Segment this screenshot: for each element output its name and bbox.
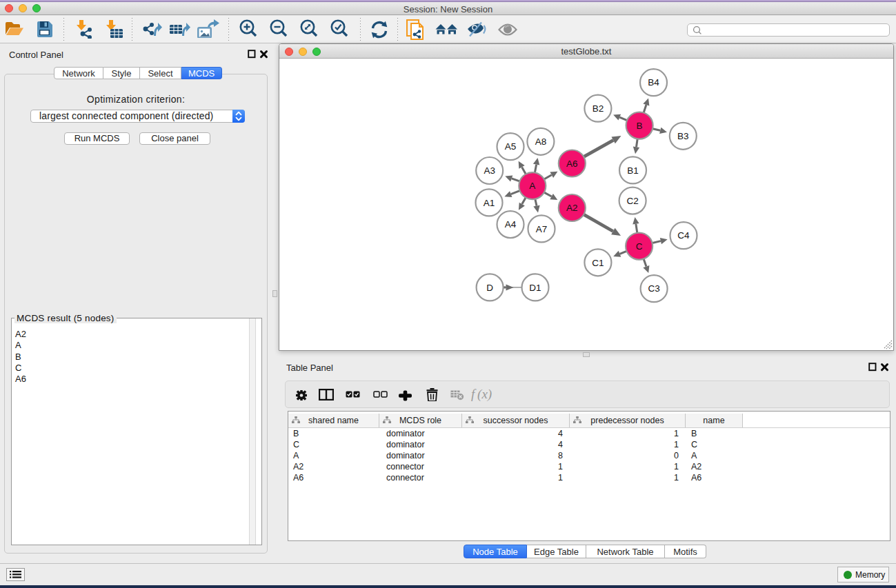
svg-text:C4: C4 bbox=[677, 230, 690, 241]
svg-text:C: C bbox=[636, 241, 643, 252]
svg-text:D: D bbox=[486, 283, 493, 293]
svg-text:B2: B2 bbox=[593, 103, 604, 114]
svg-text:A7: A7 bbox=[536, 224, 548, 234]
svg-text:A3: A3 bbox=[484, 165, 495, 176]
svg-text:A6: A6 bbox=[566, 159, 578, 169]
svg-text:A1: A1 bbox=[484, 198, 495, 208]
svg-text:C3: C3 bbox=[648, 283, 659, 294]
svg-text:D1: D1 bbox=[529, 283, 541, 293]
svg-text:B: B bbox=[637, 121, 643, 131]
svg-text:B1: B1 bbox=[627, 165, 639, 176]
svg-text:A2: A2 bbox=[566, 203, 578, 213]
svg-text:A8: A8 bbox=[535, 136, 547, 147]
svg-text:C2: C2 bbox=[626, 196, 638, 206]
svg-text:A5: A5 bbox=[505, 141, 517, 152]
svg-text:A: A bbox=[529, 181, 535, 191]
svg-text:B3: B3 bbox=[677, 131, 689, 141]
svg-text:B4: B4 bbox=[648, 77, 659, 88]
svg-text:A4: A4 bbox=[505, 219, 517, 230]
svg-text:C1: C1 bbox=[592, 258, 604, 268]
